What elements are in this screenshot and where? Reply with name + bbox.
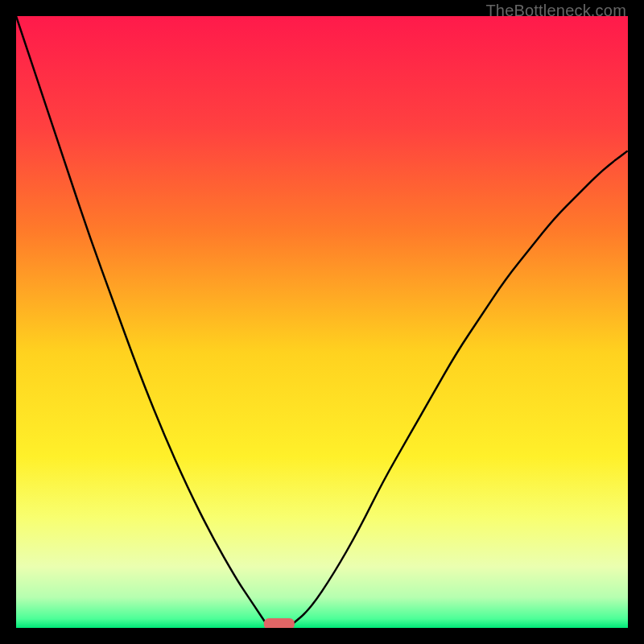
watermark-text: TheBottleneck.com [485,2,626,20]
chart-frame [16,16,628,628]
bottleneck-chart [16,16,628,628]
gradient-background [16,16,628,628]
bottleneck-marker [264,618,295,628]
